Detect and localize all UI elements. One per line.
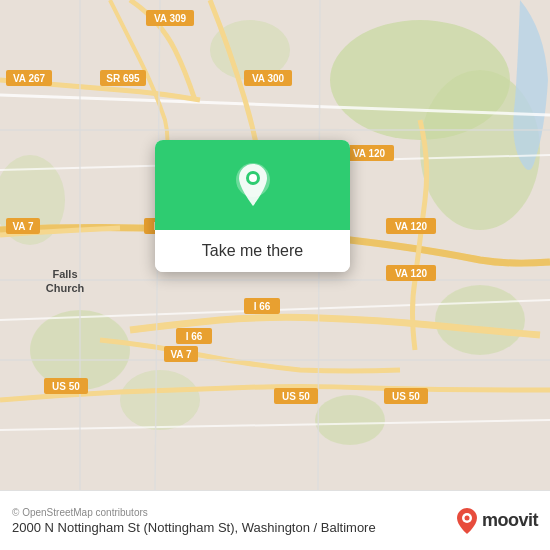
svg-text:US 50: US 50 [282,391,310,402]
svg-text:I 66: I 66 [186,331,203,342]
svg-text:US 50: US 50 [392,391,420,402]
svg-text:VA 120: VA 120 [395,268,428,279]
svg-text:US 50: US 50 [52,381,80,392]
popup-header [155,140,350,230]
svg-text:VA 7: VA 7 [12,221,34,232]
svg-point-5 [315,395,385,445]
copyright-text: © OpenStreetMap contributors [12,507,456,518]
svg-text:VA 267: VA 267 [13,73,46,84]
svg-text:Church: Church [46,282,85,294]
location-pin-icon [235,162,271,208]
map-container: VA 309 VA 267 SR 695 VA 300 VA 120 VA 7 … [0,0,550,490]
svg-text:VA 309: VA 309 [154,13,187,24]
svg-text:Falls: Falls [52,268,77,280]
svg-text:I 66: I 66 [254,301,271,312]
address-text: 2000 N Nottingham St (Nottingham St), Wa… [12,520,456,535]
moovit-pin-icon [456,507,478,535]
svg-text:VA 120: VA 120 [353,148,386,159]
bottom-bar: © OpenStreetMap contributors 2000 N Nott… [0,490,550,550]
popup-card: Take me there [155,140,350,272]
svg-point-6 [435,285,525,355]
svg-text:VA 7: VA 7 [170,349,192,360]
bottom-info: © OpenStreetMap contributors 2000 N Nott… [12,507,456,535]
take-me-there-button[interactable]: Take me there [155,230,350,272]
svg-text:VA 120: VA 120 [395,221,428,232]
svg-text:SR 695: SR 695 [106,73,140,84]
svg-point-55 [464,515,469,520]
moovit-logo: moovit [456,507,538,535]
svg-point-53 [249,174,257,182]
svg-text:VA 300: VA 300 [252,73,285,84]
moovit-text: moovit [482,510,538,531]
svg-point-4 [120,370,200,430]
